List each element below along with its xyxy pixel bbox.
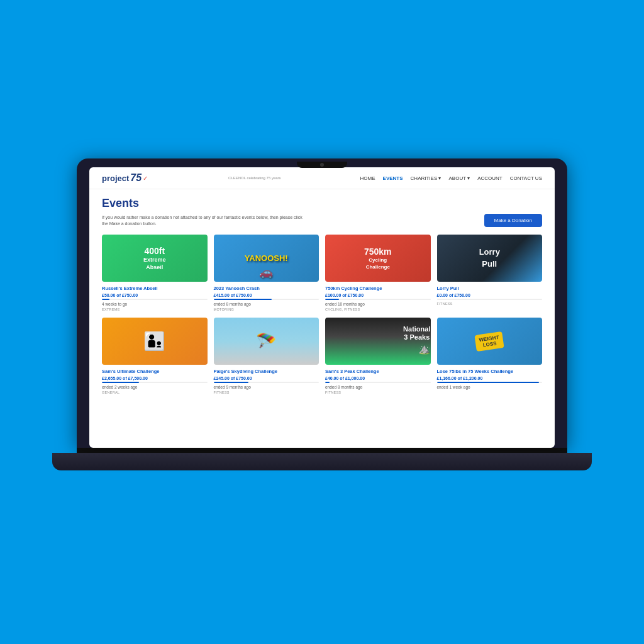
main-nav: HOME EVENTS CHARITIES ▾ ABOUT ▾ ACCOUNT … — [360, 175, 542, 181]
site-content: Events If you would rather make a donati… — [89, 189, 555, 440]
event-progress-fill-weightloss — [437, 382, 539, 383]
event-image-abseil: 400ft Extreme Abseil — [102, 235, 208, 282]
event-progress-bar-abseil — [102, 299, 208, 300]
event-progress-fill-abseil — [102, 299, 109, 300]
event-amount-lorry: £0.00 of £750.00 — [437, 293, 543, 297]
event-progress-bar-cycling — [325, 299, 431, 300]
event-time-3peaks: ended 8 months ago — [325, 385, 431, 389]
event-amount-cycling: £100.00 of £750.00 — [325, 293, 431, 297]
event-progress-bar-weightloss — [437, 382, 543, 383]
event-category-lorry: FITNESS — [437, 302, 543, 306]
event-progress-fill-skydiving — [214, 382, 248, 383]
event-progress-fill-yanoosh — [214, 299, 272, 300]
event-progress-bar-lorry — [437, 299, 543, 300]
event-image-weightloss: WEIGHTLOSS — [437, 318, 543, 365]
event-time-weightloss: ended 1 week ago — [437, 385, 543, 389]
event-image-sams: 👨‍👦 — [102, 318, 208, 365]
sams-image-bg: 👨‍👦 — [102, 318, 208, 365]
event-card-yanoosh[interactable]: YANOOSH! 🚗 2023 Yanoosh Crash £415.00 of… — [214, 235, 319, 311]
nav-about[interactable]: ABOUT ▾ — [449, 175, 470, 181]
abseil-image-bg: 400ft Extreme Abseil — [102, 235, 208, 282]
yanoosh-image-bg: YANOOSH! 🚗 — [214, 235, 319, 282]
event-time-skydiving: ended 9 months ago — [214, 385, 319, 389]
event-amount-sams: £2,655.00 of £7,500.00 — [102, 376, 208, 380]
event-title-lorry: Lorry Pull — [437, 286, 543, 291]
event-card-abseil[interactable]: 400ft Extreme Abseil Russell's Extreme A… — [102, 235, 208, 311]
event-card-lorry[interactable]: Lorry Pull Lorry Pull £0.00 of £750.00 — [437, 235, 543, 311]
page-title: Events — [102, 197, 542, 210]
event-image-3peaks: National3 Peaks ⛰️ — [325, 318, 431, 365]
event-amount-skydiving: £245.00 of £750.00 — [214, 376, 319, 380]
event-image-yanoosh: YANOOSH! 🚗 — [214, 235, 319, 282]
event-image-cycling: 750km Cycling Challenge — [325, 235, 431, 282]
event-time-sams: ended 2 weeks ago — [102, 385, 208, 389]
event-category-cycling: CYCLING, FITNESS — [325, 308, 431, 311]
site-logo: project 75 ✓ — [102, 172, 148, 184]
event-amount-abseil: £50.00 of £750.00 — [102, 293, 208, 297]
event-progress-bar-yanoosh — [214, 299, 319, 300]
nav-contact[interactable]: CONTACT US — [510, 175, 542, 181]
event-category-yanoosh: MOTORING — [214, 308, 319, 311]
event-progress-bar-skydiving — [214, 382, 319, 383]
event-progress-bar-3peaks — [325, 382, 431, 383]
event-card-skydiving[interactable]: 🪂 Paige's Skydiving Challenge £245.00 of… — [214, 318, 319, 394]
event-time-cycling: ended 10 months ago — [325, 302, 431, 306]
nav-events[interactable]: EVENTS — [383, 175, 403, 181]
cycling-image-bg: 750km Cycling Challenge — [325, 235, 431, 282]
nav-charities[interactable]: CHARITIES ▾ — [411, 175, 441, 181]
event-card-weightloss[interactable]: WEIGHTLOSS Lose 75lbs in 75 Weeks Challe… — [437, 318, 543, 394]
laptop-screen-inner: project 75 ✓ CLEENOL celebrating 75 year… — [89, 167, 555, 448]
event-title-yanoosh: 2023 Yanoosh Crash — [214, 286, 319, 291]
make-donation-button[interactable]: Make a Donation — [484, 214, 542, 227]
skydiving-image-bg: 🪂 — [214, 318, 319, 365]
event-title-3peaks: Sam's 3 Peak Challenge — [325, 369, 431, 374]
page-description: If you would rather make a donation not … — [102, 214, 303, 227]
3peaks-image-bg: National3 Peaks ⛰️ — [325, 318, 431, 365]
nav-home[interactable]: HOME — [360, 175, 375, 181]
laptop-base — [52, 453, 592, 470]
nav-account[interactable]: ACCOUNT — [477, 175, 502, 181]
event-title-cycling: 750km Cycling Challenge — [325, 286, 431, 291]
page-desc-row: If you would rather make a donation not … — [102, 214, 542, 227]
event-amount-weightloss: £1,166.00 of £1,200.00 — [437, 376, 543, 380]
event-progress-fill-cycling — [325, 299, 339, 300]
events-grid: 400ft Extreme Abseil Russell's Extreme A… — [102, 235, 542, 394]
event-amount-yanoosh: £415.00 of £750.00 — [214, 293, 319, 297]
event-amount-3peaks: £40.00 of £1,000.00 — [325, 376, 431, 380]
event-time-abseil: 4 weeks to go — [102, 302, 208, 306]
event-category-3peaks: FITNESS — [325, 391, 431, 394]
event-time-yanoosh: ended 8 months ago — [214, 302, 319, 306]
event-progress-bar-sams — [102, 382, 208, 383]
event-title-abseil: Russell's Extreme Abseil — [102, 286, 208, 291]
event-title-sams: Sam's Ultimate Challenge — [102, 369, 208, 374]
logo-subtitle: CLEENOL celebrating 75 years — [228, 176, 281, 180]
event-title-skydiving: Paige's Skydiving Challenge — [214, 369, 319, 374]
laptop-camera — [320, 163, 324, 167]
weight-image-bg: WEIGHTLOSS — [437, 318, 543, 365]
site-header: project 75 ✓ CLEENOL celebrating 75 year… — [89, 167, 555, 189]
laptop-screen-outer: project 75 ✓ CLEENOL celebrating 75 year… — [77, 158, 567, 448]
event-progress-fill-sams — [102, 382, 139, 383]
lorry-image-bg: Lorry Pull — [437, 235, 543, 282]
event-progress-fill-3peaks — [325, 382, 330, 383]
event-title-weightloss: Lose 75lbs in 75 Weeks Challenge — [437, 369, 543, 374]
event-image-skydiving: 🪂 — [214, 318, 319, 365]
event-image-lorry: Lorry Pull — [437, 235, 543, 282]
event-card-3peaks[interactable]: National3 Peaks ⛰️ Sam's 3 Peak Challeng… — [325, 318, 431, 394]
event-category-sams: GENERAL — [102, 391, 208, 394]
weight-badge: WEIGHTLOSS — [475, 331, 504, 352]
event-card-cycling[interactable]: 750km Cycling Challenge 750km Cycling Ch… — [325, 235, 431, 311]
laptop-hinge — [77, 448, 567, 453]
event-card-sams[interactable]: 👨‍👦 Sam's Ultimate Challenge £2,655.00 o… — [102, 318, 208, 394]
event-category-skydiving: FITNESS — [214, 391, 319, 394]
laptop-device: project 75 ✓ CLEENOL celebrating 75 year… — [77, 158, 567, 486]
event-category-abseil: EXTREME — [102, 308, 208, 311]
